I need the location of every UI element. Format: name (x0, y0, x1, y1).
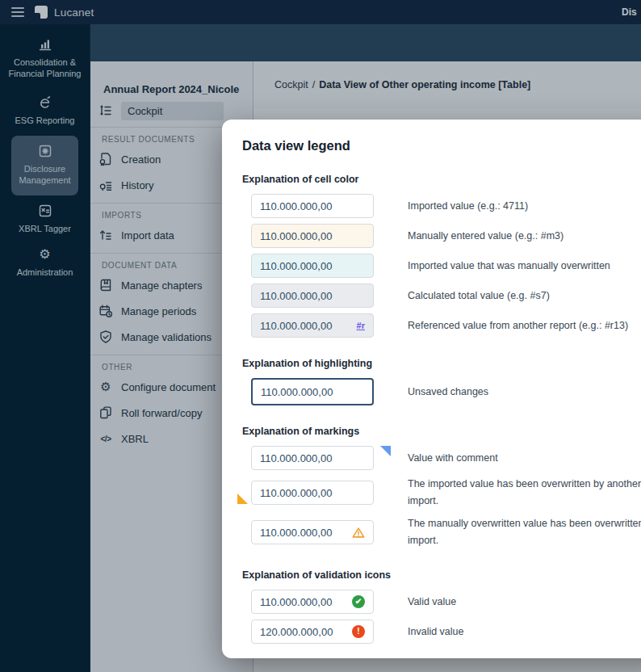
sample-cell-valid: 110.000.000,00 ✔ (251, 590, 374, 614)
legend-description: The manually overwritten value has been … (408, 515, 641, 549)
section-heading: Explanation of cell color (242, 173, 641, 186)
legend-row: 110.000.000,00 Manually entered value (e… (251, 224, 641, 248)
legend-row: 110.000.000,00 The imported value has be… (251, 476, 641, 510)
reference-link: #r (357, 321, 365, 330)
import-corner-icon (237, 494, 248, 504)
legend-row: 110.000.000,00 Imported value (e.g.: 471… (251, 194, 641, 218)
invalid-exclamation-icon: ! (352, 625, 365, 638)
legend-description: Unsaved changes (408, 384, 641, 401)
sample-cell-invalid: 120.000.000,00 ! (251, 620, 374, 644)
legend-row: 110.000.000,00 Unsaved changes (251, 378, 641, 405)
warning-triangle-icon (352, 527, 365, 539)
legend-row: 110.000.000,00 Value with comment (251, 446, 641, 470)
legend-row: 110.000.000,00 ✔ Valid value (251, 590, 641, 614)
valid-check-icon: ✔ (352, 595, 365, 608)
sample-cell-warning: 110.000.000,00 (251, 520, 374, 544)
legend-description: Invalid value (408, 624, 641, 640)
sample-cell-referenced: 110.000.000,00 #r (251, 313, 374, 338)
sample-cell-comment: 110.000.000,00 (251, 446, 374, 470)
sample-cell-unsaved: 110.000.000,00 (251, 378, 374, 405)
legend-row: 110.000.000,00 Imported value that was m… (251, 254, 641, 278)
legend-row: 110.000.000,00 The manually overwritten … (251, 515, 641, 549)
comment-corner-icon (380, 446, 391, 456)
legend-row: 110.000.000,00 Calculated total value (e… (251, 284, 641, 308)
legend-row: 110.000.000,00 #r Referenced value from … (251, 313, 641, 338)
section-heading: Explanation of validation icons (242, 569, 641, 582)
sample-cell-calculated: 110.000.000,00 (251, 284, 374, 308)
legend-description: Valid value (408, 594, 641, 611)
data-view-legend-dialog: Data view legend Explanation of cell col… (222, 120, 641, 658)
section-heading: Explanation of markings (242, 425, 641, 438)
legend-row: 120.000.000,00 ! Invalid value (251, 620, 641, 644)
legend-description: Manually entered value (e.g.: #m3) (408, 228, 641, 245)
legend-description: Imported value that was manually overwri… (408, 258, 641, 275)
sample-cell-overwritten: 110.000.000,00 (251, 254, 374, 278)
dialog-title: Data view legend (242, 137, 641, 153)
legend-description: Referenced value from another report (e.… (408, 317, 641, 334)
sample-cell-imported: 110.000.000,00 (251, 194, 374, 218)
sample-cell-import-overwritten: 110.000.000,00 (251, 481, 374, 505)
legend-description: Imported value (e.g.: 4711) (408, 198, 641, 215)
app-window: Lucanet Dis Consolidation & Financial Pl… (0, 0, 641, 672)
legend-description: Value with comment (408, 450, 641, 467)
legend-description: Calculated total value (e.g. #s7) (408, 288, 641, 304)
sample-cell-manual: 110.000.000,00 (251, 224, 374, 248)
section-heading: Explanation of highlighting (242, 357, 641, 370)
legend-description: The imported value has been overwritten … (408, 476, 641, 510)
